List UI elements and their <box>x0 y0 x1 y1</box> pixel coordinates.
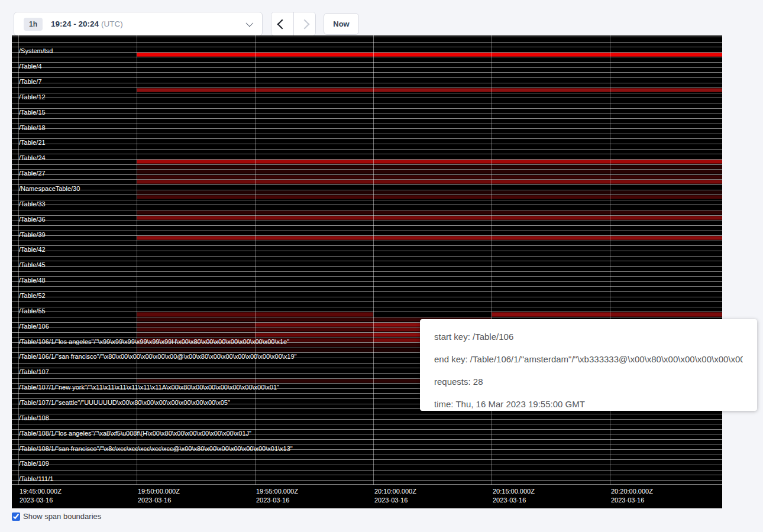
span-boundary-line <box>12 256 722 257</box>
heat-band[interactable] <box>137 216 722 220</box>
time-gridline <box>137 35 137 485</box>
span-boundary-line <box>12 72 722 73</box>
time-range-nav <box>271 12 316 36</box>
x-tick-date: 2023-03-16 <box>611 496 653 505</box>
heat-band[interactable] <box>137 88 722 92</box>
span-boundary-line <box>12 261 722 261</box>
row-label: /Table/108 <box>19 415 49 421</box>
heat-band[interactable] <box>137 195 722 199</box>
key-visualizer-canvas[interactable]: /System/tsd/Table/4/Table/7/Table/12/Tab… <box>12 35 722 508</box>
row-label: /Table/55 <box>19 308 46 314</box>
heat-band[interactable] <box>137 175 722 179</box>
span-boundary-line <box>12 291 722 292</box>
chevron-right-icon <box>299 19 309 29</box>
span-boundary-line <box>12 266 722 267</box>
heat-band[interactable] <box>137 333 255 337</box>
span-boundary-line <box>12 57 722 57</box>
heat-band[interactable] <box>255 323 373 327</box>
x-tick-time: 19:55:00.000Z <box>256 487 298 496</box>
show-span-boundaries-checkbox[interactable] <box>12 512 20 521</box>
span-boundary-line <box>12 98 722 98</box>
span-boundary-line <box>12 251 722 251</box>
row-label: /Table/111/1 <box>19 476 53 482</box>
row-label: /Table/106/1/"san francisco"/"\x80\x00\x… <box>19 353 297 360</box>
prev-range-button[interactable] <box>271 12 293 35</box>
heat-band[interactable] <box>255 333 373 337</box>
span-boundary-line <box>12 241 722 241</box>
row-label: /Table/42 <box>19 246 46 253</box>
span-boundary-line <box>12 134 722 134</box>
row-label: /Table/45 <box>19 262 46 268</box>
chevron-left-icon <box>277 19 287 29</box>
span-boundary-line <box>12 77 722 78</box>
toolbar: 1h 19:24 - 20:24 (UTC) Now <box>0 0 763 35</box>
heat-band[interactable] <box>137 53 722 57</box>
row-label: /Table/108/1/"san francisco"/"\x8c\xcc\x… <box>19 446 293 452</box>
span-boundary-line <box>12 205 722 205</box>
time-range-select[interactable]: 1h 19:24 - 20:24 (UTC) <box>14 12 263 36</box>
key-visualizer-page: 1h 19:24 - 20:24 (UTC) Now /System/tsd/T… <box>0 0 763 532</box>
span-boundary-line <box>12 67 722 68</box>
time-window-badge: 1h <box>24 18 43 31</box>
span-boundary-line <box>12 154 722 154</box>
time-gridline <box>373 35 374 485</box>
heat-band[interactable] <box>492 312 610 316</box>
tooltip-requests: requests: 28 <box>434 371 743 393</box>
heatmap-grid[interactable]: /System/tsd/Table/4/Table/7/Table/12/Tab… <box>12 35 722 485</box>
heat-band[interactable] <box>492 180 722 184</box>
now-button[interactable]: Now <box>324 13 359 35</box>
next-range-button[interactable] <box>293 12 316 35</box>
span-boundary-line <box>12 47 722 47</box>
heat-band[interactable] <box>610 312 722 316</box>
x-tick-time: 20:15:00.000Z <box>493 487 535 496</box>
row-label: /Table/39 <box>19 232 46 238</box>
span-boundary-line <box>12 124 722 124</box>
heat-band[interactable] <box>137 160 722 164</box>
x-tick: 19:45:00.000Z2023-03-16 <box>20 487 62 505</box>
row-label: /Table/36 <box>19 216 46 223</box>
row-label: /Table/15 <box>19 109 46 116</box>
x-tick-date: 2023-03-16 <box>256 496 298 505</box>
row-label: /Table/107/1/"new york"/"\x11\x11\x11\x1… <box>19 384 279 391</box>
row-label: /Table/21 <box>19 140 46 146</box>
x-tick: 20:15:00.000Z2023-03-16 <box>493 487 535 505</box>
span-boundary-line <box>12 271 722 272</box>
row-label: /System/tsd <box>19 48 53 54</box>
span-boundary-line <box>12 138 722 139</box>
span-boundary-line <box>12 144 722 144</box>
span-boundary-line <box>12 231 722 231</box>
row-label: /Table/108/1/"los angeles"/"\xa8\xf5\u00… <box>19 430 251 437</box>
tooltip-start-key: start key: /Table/106 <box>434 326 743 348</box>
row-label: /Table/24 <box>19 155 46 161</box>
x-tick: 19:50:00.000Z2023-03-16 <box>138 487 180 505</box>
heat-band[interactable] <box>137 190 722 194</box>
span-boundary-line <box>12 276 722 277</box>
span-boundary-line <box>12 113 722 113</box>
span-boundary-line <box>12 301 722 302</box>
span-boundary-line <box>12 286 722 287</box>
heat-band[interactable] <box>137 323 255 327</box>
row-label: /Table/107/1/"seattle"/"UUUUUUD\x00\x80\… <box>19 400 230 406</box>
heat-band[interactable] <box>137 210 722 215</box>
heat-band[interactable] <box>137 236 722 240</box>
span-boundary-line <box>12 184 722 185</box>
tooltip-end-key: end key: /Table/106/1/"amsterdam"/"\xb33… <box>434 348 743 371</box>
heat-band[interactable] <box>137 180 492 184</box>
x-tick: 20:20:00.000Z2023-03-16 <box>611 487 653 505</box>
row-label: /Table/109 <box>19 460 49 467</box>
span-boundary-line <box>12 118 722 119</box>
span-boundary-line <box>12 200 722 200</box>
time-range-label: 19:24 - 20:24 <box>51 20 99 28</box>
row-label: /Table/27 <box>19 170 46 177</box>
chevron-down-icon <box>246 20 254 27</box>
span-boundary-line <box>12 307 722 307</box>
heat-band[interactable] <box>137 170 722 174</box>
row-label: /Table/18 <box>19 125 46 131</box>
span-boundary-line <box>12 465 722 465</box>
span-boundary-line <box>12 484 722 485</box>
row-label: /Table/4 <box>19 63 42 70</box>
span-boundary-line <box>12 149 722 150</box>
heat-band[interactable] <box>137 165 722 169</box>
time-gridline <box>492 35 492 485</box>
span-boundary-line <box>12 220 722 220</box>
